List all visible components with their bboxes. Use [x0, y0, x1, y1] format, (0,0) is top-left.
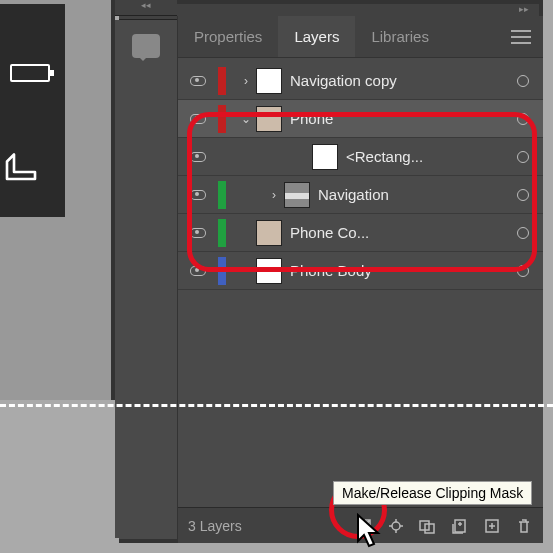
toolbar-collapse[interactable]: ◂◂: [115, 0, 177, 16]
visibility-toggle[interactable]: [178, 266, 218, 276]
layer-count: 3 Layers: [188, 518, 242, 534]
panel-menu-icon[interactable]: [511, 30, 531, 44]
layer-color-bar: [218, 257, 226, 285]
layer-name[interactable]: Navigation: [318, 186, 511, 203]
target-icon[interactable]: [517, 151, 529, 163]
layer-color-bar: [218, 105, 226, 133]
target-icon[interactable]: [517, 265, 529, 277]
target-icon[interactable]: [517, 75, 529, 87]
layer-color-bar: [218, 67, 226, 95]
layer-row[interactable]: Phone Co...: [178, 214, 543, 252]
layer-list: ›Navigation copy⌄Phone<Rectang...›Naviga…: [178, 58, 543, 290]
layer-thumbnail: [256, 106, 282, 132]
tab-layers[interactable]: Layers: [278, 16, 355, 57]
side-toolbar: [115, 20, 177, 538]
comment-icon[interactable]: [132, 34, 160, 58]
target-icon[interactable]: [517, 189, 529, 201]
panel-tabs: Properties Layers Libraries: [178, 16, 543, 58]
layer-name[interactable]: Phone Co...: [290, 224, 511, 241]
layer-color-bar: [218, 181, 226, 209]
layer-thumbnail: [312, 144, 338, 170]
layer-thumbnail: [256, 68, 282, 94]
disclosure-triangle[interactable]: ›: [264, 188, 284, 202]
layer-name[interactable]: Phone Body: [290, 262, 511, 279]
layer-row[interactable]: Phone Body: [178, 252, 543, 290]
annotation-divider: [0, 404, 553, 407]
layer-name[interactable]: <Rectang...: [346, 148, 511, 165]
tooltip: Make/Release Clipping Mask: [333, 481, 532, 505]
visibility-toggle[interactable]: [178, 190, 218, 200]
artboard-dark: [0, 4, 65, 217]
hand-icon: [0, 144, 42, 186]
disclosure-triangle[interactable]: ›: [236, 74, 256, 88]
new-layer-button[interactable]: [483, 517, 501, 535]
visibility-toggle[interactable]: [178, 76, 218, 86]
new-sublayer-button[interactable]: [451, 517, 469, 535]
battery-icon: [10, 64, 50, 82]
delete-layer-button[interactable]: [515, 517, 533, 535]
target-icon[interactable]: [517, 113, 529, 125]
visibility-toggle[interactable]: [178, 114, 218, 124]
layer-row[interactable]: <Rectang...: [178, 138, 543, 176]
visibility-toggle[interactable]: [178, 228, 218, 238]
layer-name[interactable]: Navigation copy: [290, 72, 511, 89]
layer-name[interactable]: Phone: [290, 110, 511, 127]
layer-thumbnail: [256, 258, 282, 284]
panel-footer: 3 Layers: [178, 507, 543, 543]
canvas-area: [0, 0, 115, 400]
layer-row[interactable]: ›Navigation: [178, 176, 543, 214]
export-icon[interactable]: [355, 517, 373, 535]
layer-color-bar: [218, 219, 226, 247]
layer-thumbnail: [284, 182, 310, 208]
visibility-toggle[interactable]: [178, 152, 218, 162]
locate-object-icon[interactable]: [387, 517, 405, 535]
disclosure-triangle[interactable]: ⌄: [236, 112, 256, 126]
layer-thumbnail: [256, 220, 282, 246]
footer-icons: [355, 517, 533, 535]
layers-panel: Properties Layers Libraries ›Navigation …: [177, 16, 543, 543]
clipping-mask-button[interactable]: [419, 517, 437, 535]
svg-point-1: [392, 522, 400, 530]
layer-color-bar: [218, 143, 226, 171]
tab-libraries[interactable]: Libraries: [355, 16, 445, 57]
target-icon[interactable]: [517, 227, 529, 239]
layer-row[interactable]: ⌄Phone: [178, 100, 543, 138]
tab-properties[interactable]: Properties: [178, 16, 278, 57]
layer-row[interactable]: ›Navigation copy: [178, 62, 543, 100]
